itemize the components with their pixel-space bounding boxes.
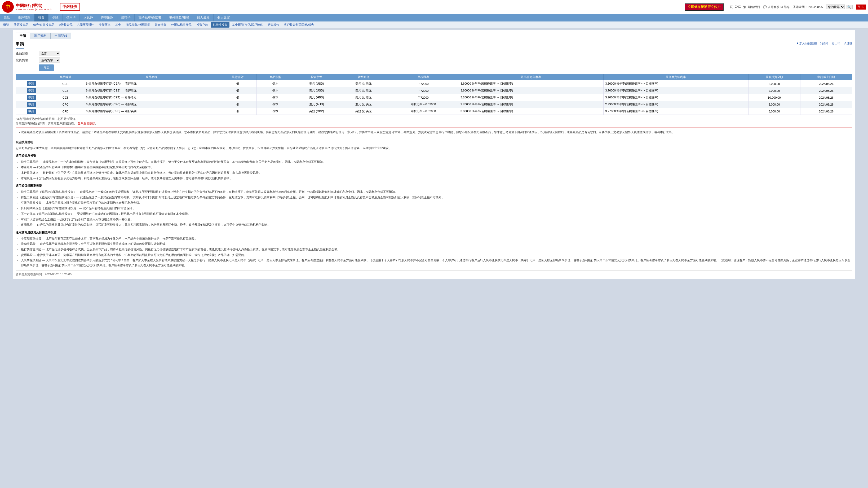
nav-item-cross[interactable]: 跨境匯款 bbox=[97, 14, 117, 22]
cell-name: 6 銀月自標匯率存資 (CFD) — 看好英鎊 bbox=[84, 108, 219, 115]
apply-btn-4[interactable]: 申請 bbox=[27, 109, 36, 114]
cell-code: CET bbox=[46, 94, 84, 101]
th-type: 產品類型 bbox=[256, 74, 294, 80]
nav-trad[interactable]: 繁 bbox=[743, 5, 746, 9]
sub-nav-advisory[interactable]: 客戶投資顧問問卷/報告 bbox=[282, 22, 316, 28]
nav-item-account[interactable]: 賬戶管理 bbox=[14, 14, 34, 22]
nav-item-credit[interactable]: 信用卡 bbox=[63, 14, 80, 22]
sub-nav-investment-deposit[interactable]: 投資存款 bbox=[194, 22, 210, 28]
nav-item-overseas[interactable]: 境外匯款/服務 bbox=[165, 14, 193, 22]
sub-nav-usnzd[interactable]: 美新匯率 bbox=[97, 22, 113, 28]
apply-btn-0[interactable]: 申請 bbox=[27, 81, 36, 86]
nav-contact[interactable]: 聯絡我們 bbox=[748, 5, 760, 9]
sub-nav-fund-transfer[interactable]: 基金匯記/市佔/賬戶轉移 bbox=[230, 22, 265, 28]
nav-item-remittance[interactable]: 匯款 bbox=[0, 14, 14, 22]
sub-nav-gold[interactable]: 黃金期貨 bbox=[153, 22, 168, 28]
cell-apply[interactable]: 申請 bbox=[16, 101, 47, 108]
sub-nav-overview[interactable]: 概覽 bbox=[1, 22, 11, 28]
cell-min-rate: 3.20000 %年率(若觸碰匯率 <> 目標匯率) bbox=[603, 94, 748, 101]
th-deadline: 申請截止日期 bbox=[800, 74, 852, 80]
risk-title: 風險披露聲明 bbox=[16, 140, 852, 145]
sub-nav-research[interactable]: 研究報告 bbox=[266, 22, 281, 28]
th-apply bbox=[16, 74, 47, 80]
cell-target: 期初汇率＋0.02000 bbox=[388, 108, 459, 115]
sub-nav-fx-structured[interactable]: 外匯結構性產品 bbox=[169, 22, 194, 28]
page-title: 申請 bbox=[16, 41, 24, 49]
currency-label: 投資貨幣 bbox=[16, 58, 37, 63]
action-print[interactable]: 🖨 出印 bbox=[831, 41, 840, 45]
message-label[interactable]: 訊息 bbox=[784, 5, 790, 9]
th-min-invest: 最低投資金額 bbox=[748, 74, 800, 80]
risk-list-item: 人民幣兌換風險 — 人民币投资汇汇率变成因政的影响所用的所形式交 / 利利率 /… bbox=[21, 258, 852, 267]
warning-box: • 此金融產品乃涉及金融衍生工具的結構性產品。請注意：本產品未有在或以上交易提供… bbox=[16, 127, 852, 137]
sub-nav-stock[interactable]: 股票投資品 bbox=[12, 22, 30, 28]
cell-deadline: 2024/08/26 bbox=[800, 87, 852, 94]
nav-item-insurance[interactable]: 保險 bbox=[49, 14, 63, 22]
cell-apply[interactable]: 申請 bbox=[16, 94, 47, 101]
tab-apply[interactable]: 申請 bbox=[16, 33, 30, 39]
sub-nav: 概覽 股票投資品 債券/存款投資品 A股投資品 A股匯票對沖 美新匯率 基金 商… bbox=[0, 22, 868, 28]
sub-nav-bond[interactable]: 債券/存款投資品 bbox=[31, 22, 56, 28]
apply-btn-1[interactable]: 申請 bbox=[27, 88, 36, 93]
risk-list-3: 非定期存款投資 — 此产品与有存定期存款差多之市，它不有承担属为单体为单，本产品… bbox=[16, 236, 852, 268]
sub-nav-commodities[interactable]: 商品期貨/外匯期貨 bbox=[124, 22, 152, 28]
risk-list-item: 本行提前終止 — 银行拥有《信用委托》在提前终止可终止此银行行终止。如此产品在提… bbox=[21, 170, 852, 175]
tab-history[interactable]: 申請記錄 bbox=[51, 33, 71, 39]
cell-target: 7.72000 bbox=[388, 94, 459, 101]
nav-eng[interactable]: ENG bbox=[735, 5, 741, 9]
risk-list-item: 於到期間限保全（適用於非單體結構性投資）— 此产品只有持有至到期日内有有全保障。 bbox=[21, 206, 852, 211]
banner-btn[interactable]: 立即储存新版 开立账户 bbox=[685, 3, 723, 11]
currency-select[interactable]: 所有貨幣美元港元人民幣 bbox=[39, 58, 60, 63]
nav-item-income[interactable]: 入息戶 bbox=[80, 14, 97, 22]
th-risk: 風險評附 bbox=[219, 74, 257, 80]
nav-item-favorites[interactable]: 個人最愛 bbox=[193, 14, 214, 22]
hotline-link[interactable]: 客戶服務熱線 bbox=[78, 122, 95, 125]
th-combo: 貨幣組合 bbox=[339, 74, 388, 80]
sub-nav-ashare[interactable]: A股投資品 bbox=[57, 22, 75, 28]
logout-button[interactable]: 登出 bbox=[856, 4, 866, 9]
cell-apply[interactable]: 申請 bbox=[16, 108, 47, 115]
apply-btn-3[interactable]: 申請 bbox=[27, 102, 36, 107]
cell-min-rate: 3.60000 %年率(若觸碰匯率 <> 目標匯率) bbox=[603, 80, 748, 87]
nav-item-personal[interactable]: 個人設定 bbox=[214, 14, 234, 22]
table-row: 申請 CFD 6 銀月自標匯率存資 (CFD) — 看好英鎊 低 保本 英鎊 (… bbox=[16, 108, 852, 115]
nav-item-investment[interactable]: 投資 bbox=[34, 14, 49, 22]
notes-section: •本行可隨時更改申請截止日期，恕不另行通知。 如需查詢有關產品詳情，請致電客戶服… bbox=[16, 117, 852, 125]
right-actions: ★ 加入我的捷徑 ? 如何 🖨 出印 ⇄ 進匯 bbox=[796, 41, 852, 45]
time-value: 2024/08/26 bbox=[808, 5, 823, 8]
products-table: 產品編號 產品名稱 風險評附 產品類型 投資货幣 貨幣組合 目標匯率 最高評定年… bbox=[16, 74, 852, 115]
risk-list-item: 衍生工具風險（適用於非單體結構性投資）— 此產品包含了一般式的的数字货币期权，该… bbox=[21, 189, 852, 194]
form-row-currency: 投資貨幣 所有貨幣美元港元人民幣 bbox=[16, 58, 852, 63]
sub-nav-ashare-hedge[interactable]: A股匯票對沖 bbox=[75, 22, 96, 28]
action-help[interactable]: ? 如何 bbox=[820, 41, 828, 45]
table-row: 申請 CFC 6 銀月自標匯率存資 (CFC) — 看好澳元 低 保本 澳元 (… bbox=[16, 101, 852, 108]
time-label: 香港時間： bbox=[793, 5, 808, 8]
sub-nav-structured[interactable]: 結構性投資 bbox=[211, 22, 229, 28]
cell-apply[interactable]: 申請 bbox=[16, 80, 47, 87]
online-label[interactable]: 在線客服 bbox=[768, 5, 779, 9]
bank-name-cn: 中國銀行(香港) bbox=[16, 3, 52, 8]
cell-code: CES bbox=[46, 87, 84, 94]
risk-list-item: 流动性风险 — 此产品属于高期频率定期投资，会不可以到期期限数据有限停止或终止的… bbox=[21, 241, 852, 247]
sub-nav-fund[interactable]: 基金 bbox=[113, 22, 123, 28]
product-type-select[interactable]: 全部保本非保本 bbox=[39, 51, 60, 56]
action-shortcut[interactable]: ★ 加入我的捷徑 bbox=[796, 41, 817, 45]
nav-item-statement[interactable]: 電子結單/通知書 bbox=[134, 14, 165, 22]
action-transfer[interactable]: ⇄ 進匯 bbox=[844, 41, 852, 45]
cell-combo: 澳元 兌 美元 bbox=[339, 101, 388, 108]
risk-list-item: 不一定保本（適用於非單體結構性投資）— 受货币组合汇率波动的动因影响，拒绝此产品… bbox=[21, 211, 852, 217]
product-type-label: 產品類型 bbox=[16, 51, 37, 56]
cell-combo: 美元 兌 港元 bbox=[339, 94, 388, 101]
search-submit-btn[interactable]: 搜尋 bbox=[39, 64, 54, 71]
search-select[interactable]: 您的搜尋 bbox=[826, 4, 845, 9]
nav-home[interactable]: 主頁 bbox=[727, 5, 733, 9]
table-body: 申請 CER 6 銀月自標匯率存資 (CER) — 看好港元 低 保本 美元 (… bbox=[16, 80, 852, 115]
tab-account[interactable]: 賬戶資料 bbox=[30, 33, 51, 39]
cell-deadline: 2024/08/28 bbox=[800, 108, 852, 115]
cell-min-invest: 10,000.00 bbox=[748, 94, 800, 101]
nav-item-unionpay[interactable]: 銀聯卡 bbox=[117, 14, 134, 22]
search-button[interactable]: 🔍 bbox=[846, 5, 852, 9]
apply-btn-2[interactable]: 申請 bbox=[27, 95, 36, 100]
cell-currency: 美元 (HBD) bbox=[294, 94, 339, 101]
cell-apply[interactable]: 申請 bbox=[16, 87, 47, 94]
